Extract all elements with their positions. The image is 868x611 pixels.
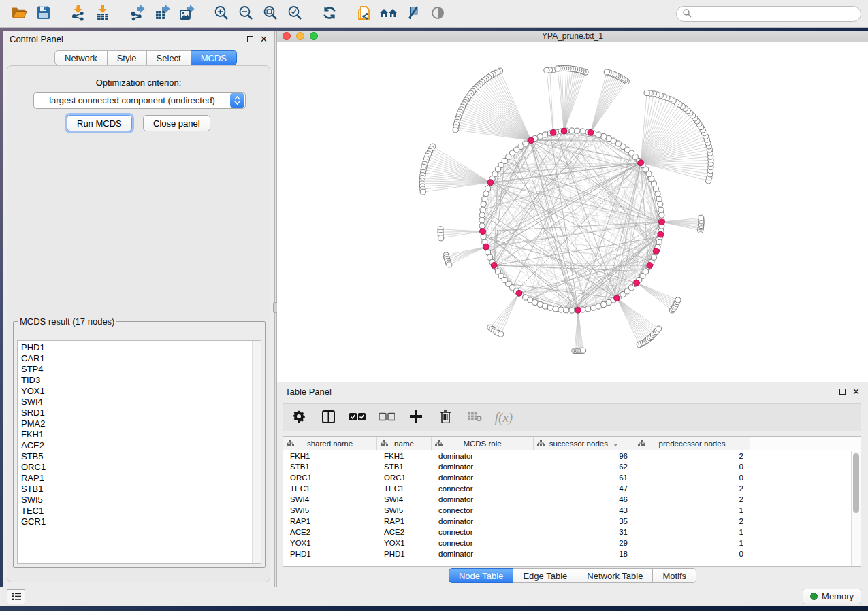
zoom-selected-button[interactable] (283, 2, 307, 25)
mcds-result-item[interactable]: STB5 (21, 451, 261, 462)
mcds-result-item[interactable]: ACE2 (21, 440, 261, 451)
delete-table-button[interactable] (466, 409, 483, 427)
table-cell: TEC1 (377, 483, 432, 494)
optimization-criterion-select[interactable]: largest connected component (undirected) (33, 92, 246, 109)
mcds-result-item[interactable]: TID3 (21, 375, 261, 386)
table-cell: 2 (634, 516, 750, 527)
memory-button[interactable]: Memory (803, 589, 861, 604)
search-field[interactable] (696, 9, 855, 18)
mcds-result-list[interactable]: PHD1CAR1STP4TID3YOX1SWI4SRD1PMA2FKH1ACE2… (17, 340, 261, 564)
tab-network[interactable]: Network (54, 50, 108, 65)
table-row[interactable]: ACE2ACE2connector311 (283, 527, 861, 538)
mcds-result-item[interactable]: TEC1 (21, 506, 261, 516)
column-header-predecessor-nodes[interactable]: predecessor nodes (634, 437, 750, 450)
close-panel-icon[interactable]: ✕ (852, 387, 860, 396)
column-header-shared-name[interactable]: shared name (283, 437, 377, 450)
table-row[interactable]: TEC1TEC1connector472 (283, 483, 861, 494)
export-table-icon (154, 5, 170, 23)
scrollbar-thumb[interactable] (853, 453, 859, 513)
zoom-selected-icon (287, 5, 303, 23)
node-table[interactable]: shared namenameMCDS rolesuccessor nodes⌄… (283, 436, 861, 567)
tab-mcds[interactable]: MCDS (191, 50, 237, 65)
table-row[interactable]: ORC1ORC1dominator610 (283, 472, 861, 483)
column-header-successor-nodes[interactable]: successor nodes⌄ (534, 437, 634, 450)
table-row[interactable]: PHD1PHD1dominator180 (283, 548, 861, 559)
search-input[interactable] (676, 6, 861, 22)
table-row[interactable]: YOX1YOX1connector291 (283, 538, 861, 548)
columns-button[interactable] (319, 409, 337, 427)
gear-button[interactable] (290, 409, 308, 427)
zoom-fit-button[interactable] (258, 2, 283, 25)
network-view-window: YPA_prune.txt_1 (277, 31, 868, 382)
mcds-result-item[interactable]: RAP1 (21, 473, 261, 484)
mcds-result-item[interactable]: STB1 (21, 484, 261, 495)
tab-style[interactable]: Style (108, 50, 147, 65)
add-button[interactable] (407, 409, 425, 427)
export-network-button[interactable] (125, 2, 150, 25)
open-folder-button[interactable] (7, 2, 31, 25)
select-all-button[interactable] (349, 409, 366, 427)
export-table-button[interactable] (150, 2, 174, 25)
columns-icon (322, 410, 335, 425)
delete-button[interactable] (436, 409, 454, 427)
mcds-result-item[interactable]: STP4 (21, 364, 261, 375)
contrast-button[interactable] (425, 2, 450, 25)
import-table-button[interactable] (91, 2, 115, 25)
table-row[interactable]: SWI5SWI5connector431 (283, 505, 861, 516)
network-canvas[interactable] (277, 42, 868, 382)
tab-motifs[interactable]: Motifs (653, 568, 696, 583)
mcds-result-item[interactable]: GCR1 (21, 516, 261, 527)
mcds-result-item[interactable]: SWI5 (21, 495, 261, 506)
function-button[interactable]: f(x) (495, 409, 513, 427)
table-row[interactable]: SWI4SWI4dominator462 (283, 494, 861, 505)
table-row[interactable]: STB1STB1dominator620 (283, 461, 861, 472)
tab-edge-table[interactable]: Edge Table (513, 568, 577, 583)
mcds-tab-content: Optimization criterion: largest connecte… (7, 65, 270, 582)
hide-labels-button[interactable] (401, 2, 425, 25)
table-cell: 1 (634, 527, 750, 538)
mcds-result-item[interactable]: PHD1 (21, 342, 261, 353)
mcds-result-item[interactable]: CAR1 (21, 353, 261, 364)
close-panel-button[interactable]: Close panel (143, 115, 210, 131)
mcds-result-item[interactable]: YOX1 (21, 386, 261, 397)
table-row[interactable]: RAP1RAP1dominator352 (283, 516, 861, 527)
column-header-name[interactable]: name (377, 437, 432, 450)
home-network-button[interactable] (376, 2, 401, 25)
table-cell: 2 (634, 450, 750, 461)
mcds-result-item[interactable]: PMA2 (21, 418, 261, 429)
share-document-button[interactable] (352, 2, 376, 25)
open-folder-icon (10, 5, 28, 23)
table-cell: 18 (534, 548, 634, 559)
mcds-list-scrollbar[interactable] (252, 341, 261, 563)
refresh-button[interactable] (317, 2, 342, 25)
mcds-result-item[interactable]: ORC1 (21, 462, 261, 473)
run-mcds-button[interactable]: Run MCDS (67, 115, 132, 131)
float-panel-icon[interactable] (247, 36, 253, 42)
table-row[interactable]: FKH1FKH1dominator962 (283, 450, 861, 461)
zoom-out-button[interactable] (234, 2, 258, 25)
float-panel-icon[interactable] (839, 389, 846, 395)
table-cell: 1 (634, 505, 750, 516)
mcds-result-item[interactable]: SRD1 (21, 408, 261, 418)
network-window-titlebar[interactable]: YPA_prune.txt_1 (277, 31, 868, 42)
zoom-in-button[interactable] (209, 2, 234, 25)
mcds-result-item[interactable]: FKH1 (21, 429, 261, 440)
table-cell: TEC1 (283, 483, 377, 494)
close-panel-icon[interactable]: ✕ (260, 35, 268, 44)
node-table-body: FKH1FKH1dominator962STB1STB1dominator620… (283, 450, 861, 559)
tab-network-table[interactable]: Network Table (577, 568, 653, 583)
task-history-button[interactable] (7, 589, 25, 604)
tab-node-table[interactable]: Node Table (449, 568, 514, 583)
import-network-button[interactable] (66, 2, 91, 25)
save-button[interactable] (31, 2, 56, 25)
tab-select[interactable]: Select (147, 50, 191, 65)
mcds-result-item[interactable]: SWI4 (21, 397, 261, 408)
table-cell: ACE2 (283, 527, 377, 538)
network-graph[interactable] (277, 42, 868, 382)
column-header-MCDS-role[interactable]: MCDS role (432, 437, 534, 450)
export-image-button[interactable] (174, 2, 199, 25)
deselect-all-button[interactable] (378, 409, 396, 427)
table-scrollbar[interactable] (851, 451, 861, 566)
table-cell: PHD1 (283, 548, 377, 559)
table-cell: FKH1 (377, 450, 432, 461)
